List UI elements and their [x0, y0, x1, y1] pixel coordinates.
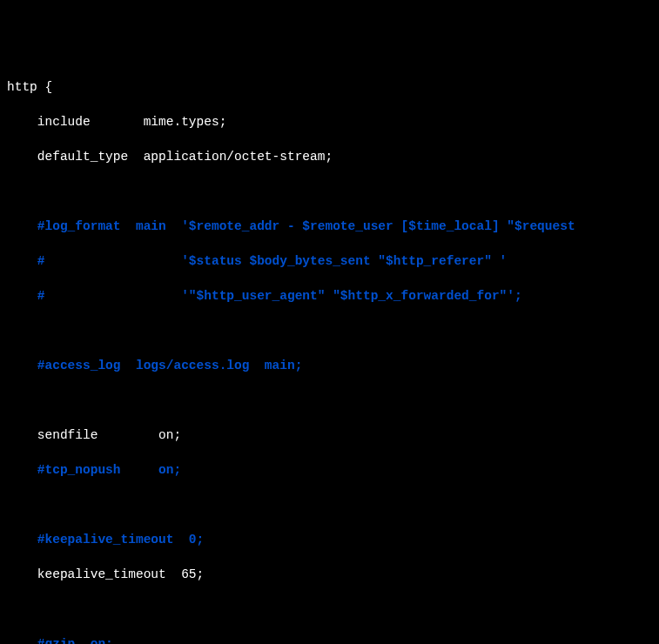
code-line: sendfile on;	[7, 426, 659, 444]
comment-line: #keepalive_timeout 0;	[7, 531, 659, 548]
comment-line: #access_log logs/access.log main;	[7, 357, 659, 374]
code-line: include mime.types;	[7, 113, 659, 131]
code-line: http {	[7, 78, 659, 96]
comment-line: # '"$http_user_agent" "$http_x_forwarded…	[7, 287, 659, 305]
blank-line	[7, 183, 659, 200]
blank-line	[7, 322, 659, 339]
blank-line	[7, 496, 659, 513]
comment-line: # '$status $body_bytes_sent "$http_refer…	[7, 252, 659, 270]
code-line: keepalive_timeout 65;	[7, 566, 659, 583]
blank-line	[7, 600, 659, 618]
blank-line	[7, 392, 659, 409]
comment-line: #tcp_nopush on;	[7, 461, 659, 479]
comment-line: #gzip on;	[7, 635, 659, 644]
code-line: default_type application/octet-stream;	[7, 148, 659, 165]
comment-line: #log_format main '$remote_addr - $remote…	[7, 218, 659, 235]
